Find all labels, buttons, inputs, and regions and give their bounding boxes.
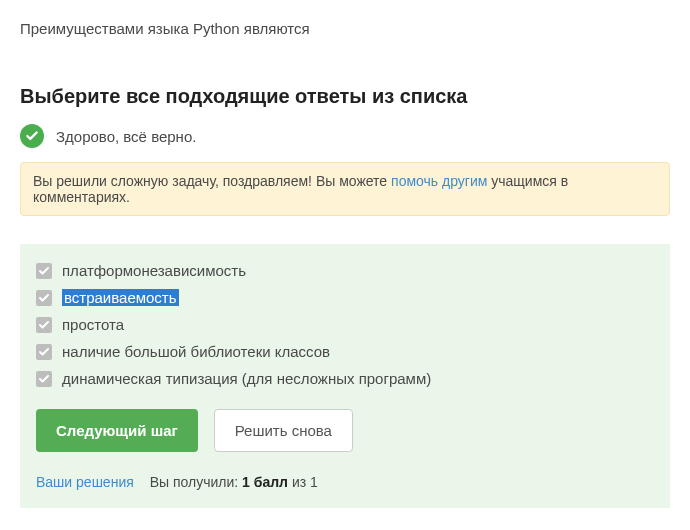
congrats-before: Вы решили сложную задачу, поздравляем! В… [33, 173, 391, 189]
check-circle-icon [20, 124, 44, 148]
answer-label: встраиваемость [62, 289, 179, 306]
help-others-link[interactable]: помочь другим [391, 173, 487, 189]
answer-label: простота [62, 316, 124, 333]
score-suffix: из 1 [288, 474, 318, 490]
answer-row: платформонезависимость [36, 262, 654, 279]
answer-row: встраиваемость [36, 289, 654, 306]
answer-label: платформонезависимость [62, 262, 246, 279]
checkbox-icon[interactable] [36, 290, 52, 306]
answer-row: наличие большой библиотеки классов [36, 343, 654, 360]
checkbox-icon[interactable] [36, 344, 52, 360]
question-text: Преимуществами языка Python являются [20, 20, 670, 37]
footer-row: Ваши решения Вы получили: 1 балл из 1 [36, 474, 654, 490]
checkbox-icon[interactable] [36, 317, 52, 333]
retry-button[interactable]: Решить снова [214, 409, 353, 452]
answer-row: динамическая типизация (для несложных пр… [36, 370, 654, 387]
your-solutions-link[interactable]: Ваши решения [36, 474, 134, 490]
answers-block: платформонезависимость встраиваемость пр… [20, 244, 670, 508]
feedback-text: Здорово, всё верно. [56, 128, 196, 145]
congrats-box: Вы решили сложную задачу, поздравляем! В… [20, 162, 670, 216]
score-value: 1 балл [242, 474, 288, 490]
answer-label: динамическая типизация (для несложных пр… [62, 370, 431, 387]
feedback-row: Здорово, всё верно. [20, 124, 670, 148]
checkbox-icon[interactable] [36, 371, 52, 387]
answer-row: простота [36, 316, 654, 333]
answer-label: наличие большой библиотеки классов [62, 343, 330, 360]
score-prefix: Вы получили: [150, 474, 242, 490]
next-step-button[interactable]: Следующий шаг [36, 409, 198, 452]
buttons-row: Следующий шаг Решить снова [36, 409, 654, 452]
instruction-heading: Выберите все подходящие ответы из списка [20, 85, 670, 108]
checkbox-icon[interactable] [36, 263, 52, 279]
